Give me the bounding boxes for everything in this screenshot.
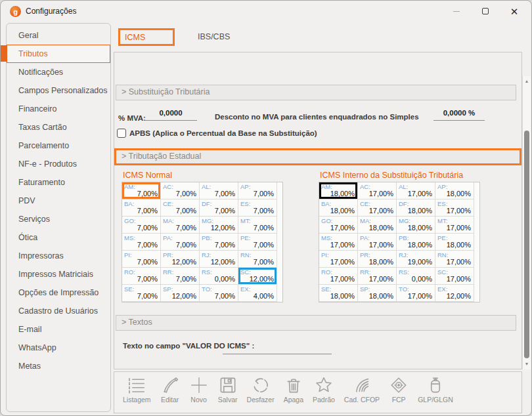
section-header-textos[interactable]: > Textos — [116, 315, 516, 331]
state-cell-go[interactable]: GO:17,00% — [319, 217, 358, 234]
sidebar-item-impressoras[interactable]: Impressoras — [7, 247, 110, 265]
state-cell-to[interactable]: TO:7,00% — [200, 285, 238, 302]
toolbar-button-editar[interactable]: Editar — [156, 375, 185, 404]
state-cell-mg[interactable]: MG:12,00% — [200, 217, 238, 234]
desconto-mva-input[interactable]: 0,0000 % — [433, 108, 485, 121]
sidebar-item-metas[interactable]: Metas — [7, 357, 110, 375]
sidebar-item-campos-personalizados[interactable]: Campos Personalizados — [7, 81, 110, 100]
state-cell-sp[interactable]: SP:12,00% — [161, 285, 200, 302]
state-cell-ap[interactable]: AP:7,00% — [238, 182, 277, 199]
state-cell-ba[interactable]: BA:7,00% — [122, 199, 161, 217]
state-cell-es[interactable]: ES:7,00% — [238, 199, 277, 217]
section-header-tributacao-estadual[interactable]: > Tributação Estadual — [114, 148, 521, 165]
scrollbar-thumb[interactable] — [524, 131, 529, 358]
vertical-scrollbar[interactable]: ▲ ▼ — [522, 76, 531, 369]
sidebar-item-opcoes-de-impressao[interactable]: Opções de Impressão — [7, 283, 110, 302]
toolbar-button-padrao[interactable]: Padrão — [308, 375, 340, 404]
sidebar-item-parcelamento[interactable]: Parcelamento — [7, 136, 110, 155]
state-cell-ms[interactable]: MS:7,00% — [122, 234, 161, 251]
sidebar-item-pdv[interactable]: PDV — [7, 192, 110, 210]
toolbar-button-glp-glgn[interactable]: GLP/GLGN — [413, 375, 458, 404]
toolbar-button-cad-cfop[interactable]: Cad. CFOP — [340, 375, 384, 404]
state-cell-go[interactable]: GO:7,00% — [122, 217, 161, 234]
apbs-checkbox[interactable] — [117, 129, 126, 138]
state-cell-rr[interactable]: RR:17,00% — [358, 268, 397, 285]
state-cell-df[interactable]: DF:18,00% — [397, 199, 435, 217]
state-cell-sp[interactable]: SP:18,00% — [358, 285, 397, 302]
state-cell-pe[interactable]: PE:18,00% — [435, 234, 474, 251]
scroll-up-icon[interactable]: ▲ — [523, 77, 531, 85]
state-cell-ma[interactable]: MA:18,00% — [358, 217, 397, 234]
state-cell-mg[interactable]: MG:18,00% — [397, 217, 435, 234]
state-cell-rj[interactable]: RJ:12,00% — [200, 251, 238, 268]
state-cell-pr[interactable]: PR:18,00% — [358, 251, 397, 268]
section-header-substituicao-tributaria[interactable]: > Substituição Tributária — [116, 85, 516, 100]
state-cell-ex[interactable]: EX:4,00% — [238, 285, 277, 302]
toolbar-button-fcp[interactable]: FCP — [384, 375, 413, 404]
state-cell-rs[interactable]: RS:0,00% — [200, 268, 238, 285]
state-cell-df[interactable]: DF:7,00% — [200, 199, 238, 217]
state-cell-rr[interactable]: RR:7,00% — [161, 268, 200, 285]
state-cell-al[interactable]: AL:7,00% — [200, 182, 238, 199]
toolbar-button-listagem[interactable]: Listagem — [118, 375, 156, 404]
state-cell-al[interactable]: AL:17,00% — [397, 182, 435, 199]
state-cell-ro[interactable]: RO:7,00% — [122, 268, 161, 285]
state-cell-ap[interactable]: AP:18,00% — [435, 182, 474, 199]
state-cell-rs[interactable]: RS:0,00% — [397, 268, 435, 285]
sidebar-item-nf-e-produtos[interactable]: NF-e - Produtos — [7, 155, 110, 173]
state-cell-ba[interactable]: BA:18,00% — [319, 199, 358, 217]
sidebar-item-servicos[interactable]: Serviços — [7, 210, 110, 228]
state-cell-rj[interactable]: RJ:19,00% — [397, 251, 435, 268]
state-cell-sc[interactable]: SC:17,00% — [435, 268, 474, 285]
sidebar-item-faturamento[interactable]: Faturamento — [7, 173, 110, 192]
state-cell-pr[interactable]: PR:12,00% — [161, 251, 200, 268]
sidebar-item-whatsapp[interactable]: WhatsApp — [7, 339, 110, 357]
state-cell-ac[interactable]: AC:7,00% — [161, 182, 200, 199]
state-cell-am[interactable]: AM:7,00% — [122, 182, 161, 199]
mva-input[interactable]: 0,0000 — [144, 108, 197, 121]
state-cell-ce[interactable]: CE:7,00% — [161, 199, 200, 217]
minimize-button[interactable] — [442, 1, 471, 21]
sidebar-item-otica[interactable]: Ótica — [7, 228, 110, 247]
state-cell-rn[interactable]: RN:7,00% — [238, 251, 277, 268]
sidebar-item-taxas-cartao[interactable]: Taxas Cartão — [7, 118, 110, 136]
state-cell-pa[interactable]: PA:17,00% — [358, 234, 397, 251]
scroll-down-icon[interactable]: ▼ — [523, 360, 531, 368]
state-cell-pe[interactable]: PE:7,00% — [238, 234, 277, 251]
state-cell-rn[interactable]: RN:17,00% — [435, 251, 474, 268]
state-cell-ro[interactable]: RO:17,00% — [319, 268, 358, 285]
sidebar-item-notificacoes[interactable]: Notificações — [7, 63, 110, 81]
sidebar-item-cadastro-de-usuarios[interactable]: Cadastro de Usuários — [7, 302, 110, 320]
sidebar-item-tributos[interactable]: Tributos — [7, 45, 110, 63]
state-cell-es[interactable]: ES:17,00% — [435, 199, 474, 217]
state-cell-pi[interactable]: PI:17,00% — [319, 251, 358, 268]
state-cell-pb[interactable]: PB:7,00% — [200, 234, 238, 251]
state-cell-pi[interactable]: PI:7,00% — [122, 251, 161, 268]
close-button[interactable]: ✕ — [500, 1, 529, 21]
state-cell-pa[interactable]: PA:7,00% — [161, 234, 200, 251]
state-cell-se[interactable]: SE:7,00% — [122, 285, 161, 302]
state-cell-pb[interactable]: PB:18,00% — [397, 234, 435, 251]
toolbar-button-desfazer[interactable]: Desfazer — [242, 375, 279, 404]
sidebar-item-e-mail[interactable]: E-mail — [7, 320, 110, 339]
state-cell-ac[interactable]: AC:17,00% — [358, 182, 397, 199]
state-cell-sc[interactable]: SC:12,00% — [238, 268, 277, 285]
state-cell-am[interactable]: AM:18,00% — [319, 182, 358, 199]
valor-icms-input[interactable] — [223, 341, 332, 354]
toolbar-button-apaga[interactable]: Apaga — [279, 375, 308, 404]
state-cell-mt[interactable]: MT:7,00% — [238, 217, 277, 234]
state-cell-to[interactable]: TO:17,00% — [397, 285, 435, 302]
toolbar-button-novo[interactable]: Novo — [185, 375, 213, 404]
sidebar-item-geral[interactable]: Geral — [7, 26, 110, 45]
state-cell-ms[interactable]: MS:17,00% — [319, 234, 358, 251]
state-cell-ex[interactable]: EX:12,00% — [435, 285, 474, 302]
tab-icms[interactable]: ICMS — [118, 28, 175, 46]
tab-ibs-cbs[interactable]: IBS/CBS — [198, 32, 230, 41]
state-cell-ma[interactable]: MA:7,00% — [161, 217, 200, 234]
state-cell-se[interactable]: SE:18,00% — [319, 285, 358, 302]
sidebar-item-impressos-matriciais[interactable]: Impressos Matriciais — [7, 265, 110, 283]
state-cell-mt[interactable]: MT:17,00% — [435, 217, 474, 234]
maximize-button[interactable] — [471, 1, 500, 21]
sidebar-item-financeiro[interactable]: Financeiro — [7, 100, 110, 118]
state-cell-ce[interactable]: CE:17,00% — [358, 199, 397, 217]
